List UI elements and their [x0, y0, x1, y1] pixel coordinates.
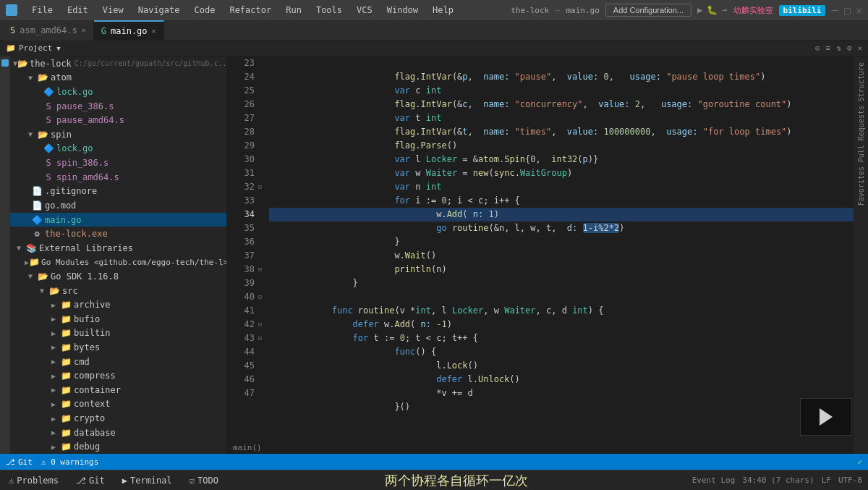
menu-edit[interactable]: Edit — [64, 4, 91, 17]
menu-vcs[interactable]: VCS — [354, 4, 375, 17]
project-panel-tab[interactable]: 📁 Project ▼ — [0, 41, 67, 56]
tree-src[interactable]: ▼ 📂 src — [10, 284, 226, 298]
tree-lock-go-atom[interactable]: 🔷 lock.go — [10, 85, 226, 99]
locate-file-icon[interactable]: ⊙ — [815, 43, 820, 53]
run-icon[interactable]: ▶ — [697, 5, 702, 15]
close-panel-icon[interactable]: ✕ — [857, 43, 862, 53]
editor-sidebar-container: ▼ 📂 the-lock C:/go/current/gopath/src/gi… — [0, 56, 868, 454]
tree-cmd[interactable]: ▶ 📁 cmd — [10, 355, 226, 369]
pull-requests-label[interactable]: Pull Requests — [857, 106, 865, 162]
problems-tab[interactable]: ⚠ Problems — [6, 474, 61, 487]
tree-gitignore[interactable]: 📄 .gitignore — [10, 184, 226, 198]
line-num-38: 38 — [227, 263, 255, 276]
tab-asm-label: asm_amd64.s — [20, 25, 77, 35]
tree-bytes[interactable]: ▶ 📁 bytes — [10, 340, 226, 355]
go-file-icon: 🔷 — [30, 215, 43, 225]
tree-context[interactable]: ▶ 📁 context — [10, 397, 226, 412]
git-icon: ⎇ — [6, 457, 15, 467]
debug-icon[interactable]: 🐛 — [707, 5, 718, 15]
menu-tools[interactable]: Tools — [313, 4, 345, 17]
collapse-all-icon[interactable]: ≡ — [826, 43, 831, 53]
menu-help[interactable]: Help — [430, 4, 456, 17]
tab-main[interactable]: G main.go ✕ — [94, 20, 164, 41]
folder-icon: 📁 — [59, 385, 72, 395]
expand-arrow-icon: ▼ — [13, 244, 25, 252]
line-num-32: 32 — [227, 180, 255, 194]
code-editor[interactable]: 23 24 25 26 27 28 29 30 31 32 33 34 35 3… — [227, 56, 854, 454]
tree-spin-label: spin — [51, 130, 72, 140]
add-configuration-button[interactable]: Add Configuration... — [605, 4, 692, 17]
tab-asm[interactable]: S asm_amd64.s ✕ — [3, 20, 94, 41]
menu-navigate[interactable]: Navigate — [135, 4, 183, 17]
tree-go-modules[interactable]: ▶ 📁 Go Modules <github.com/eggo-tech/the… — [10, 255, 226, 270]
git-status[interactable]: ⎇ Git — [6, 457, 33, 467]
tab-asm-close[interactable]: ✕ — [82, 26, 86, 34]
tree-main-go[interactable]: 🔷 main.go — [10, 213, 226, 227]
app-window: File Edit View Navigate Code Refactor Ru… — [0, 0, 868, 490]
tree-spin-386[interactable]: S spin_386.s — [10, 156, 226, 170]
tree-crypto[interactable]: ▶ 📁 crypto — [10, 411, 226, 426]
window-minimize[interactable]: ─ — [831, 4, 838, 17]
expand-arrow-icon: ▼ — [36, 287, 48, 295]
expand-arrow-icon: ▶ — [48, 315, 59, 323]
folder-icon: 📁 — [29, 257, 40, 267]
menu-view[interactable]: View — [100, 4, 127, 17]
line-num-27: 27 — [227, 111, 255, 125]
tree-container[interactable]: ▶ 📁 container — [10, 383, 226, 397]
s-file-icon: S — [42, 158, 55, 168]
tree-root-the-lock[interactable]: ▼ 📂 the-lock C:/go/current/gopath/src/gi… — [10, 56, 226, 71]
tree-pause-386[interactable]: S pause_386.s — [10, 99, 226, 114]
tree-bufio[interactable]: ▶ 📁 bufio — [10, 312, 226, 326]
tree-main-go-label: main.go — [45, 215, 82, 225]
left-activity-bar — [0, 56, 10, 454]
expand-arrow-icon: ▶ — [48, 301, 59, 309]
tree-compress[interactable]: ▶ 📁 compress — [10, 368, 226, 383]
terminal-icon: ▶ — [122, 476, 127, 486]
subtitle: 两个协程各自循环一亿次 — [385, 473, 528, 488]
video-thumbnail[interactable] — [800, 398, 852, 436]
folder-icon: 📁 — [59, 342, 72, 352]
tab-main-close[interactable]: ✕ — [152, 27, 156, 35]
favorites-label[interactable]: Favorites — [857, 166, 865, 206]
menu-window[interactable]: Window — [384, 4, 421, 17]
line-num-46: 46 — [227, 373, 255, 386]
toolbar-right: the-lock — main.go Add Configuration... … — [511, 4, 862, 17]
tree-the-lock-exe[interactable]: ⚙ the-lock.exe — [10, 227, 226, 241]
window-maximize[interactable]: □ — [844, 4, 850, 16]
settings-icon[interactable]: ⚙ — [847, 43, 852, 53]
tree-lock-go-spin[interactable]: 🔷 lock.go — [10, 142, 226, 156]
line-num-23: 23 — [227, 56, 255, 70]
git-tab[interactable]: ⎇ Git — [73, 474, 108, 487]
sort-icon[interactable]: ⇅ — [836, 43, 841, 53]
menu-code[interactable]: Code — [192, 4, 218, 17]
tree-external-libs[interactable]: ▼ 📚 External Libraries — [10, 241, 226, 255]
file-icon: 📄 — [30, 200, 43, 211]
warnings-badge[interactable]: ⚠ 0 warnings — [41, 457, 98, 467]
structure-panel-label[interactable]: Structure — [857, 62, 865, 101]
tree-database-label: database — [74, 428, 116, 438]
event-log-label[interactable]: Event Log — [692, 476, 736, 485]
menu-run[interactable]: Run — [283, 4, 305, 17]
todo-tab[interactable]: ☑ TODO — [187, 474, 221, 487]
terminal-tab[interactable]: ▶ Terminal — [119, 474, 175, 487]
more-icon[interactable]: ⋯ — [722, 5, 727, 15]
tree-spin-amd64[interactable]: S spin_amd64.s — [10, 170, 226, 185]
tree-root-label: the-lock — [30, 59, 72, 69]
bottom-bar: ⚠ Problems ⎇ Git ▶ Terminal ☑ TODO 两个协程各… — [0, 470, 868, 490]
tree-debug[interactable]: ▶ 📁 debug — [10, 439, 226, 454]
tree-database[interactable]: ▶ 📁 database — [10, 426, 226, 440]
menu-refactor[interactable]: Refactor — [226, 4, 274, 17]
tree-archive[interactable]: ▶ 📁 archive — [10, 297, 226, 312]
tree-pause-amd64[interactable]: S pause_amd64.s — [10, 113, 226, 127]
project-dropdown-icon[interactable]: ▼ — [56, 45, 60, 52]
tree-spin-folder[interactable]: ▼ 📂 spin — [10, 127, 226, 142]
tree-builtin[interactable]: ▶ 📁 builtin — [10, 326, 226, 341]
tree-go-mod[interactable]: 📄 go.mod — [10, 198, 226, 213]
window-close[interactable]: ✕ — [856, 4, 862, 16]
tree-atom-folder[interactable]: ▼ 📂 atom — [10, 71, 226, 85]
menu-file[interactable]: File — [29, 4, 56, 17]
tree-src-label: src — [62, 286, 78, 296]
position-label: 34:40 (7 chars) — [742, 476, 814, 485]
folder-open-icon: 📂 — [17, 59, 28, 69]
tree-go-sdk[interactable]: ▼ 📂 Go SDK 1.16.8 — [10, 269, 226, 284]
